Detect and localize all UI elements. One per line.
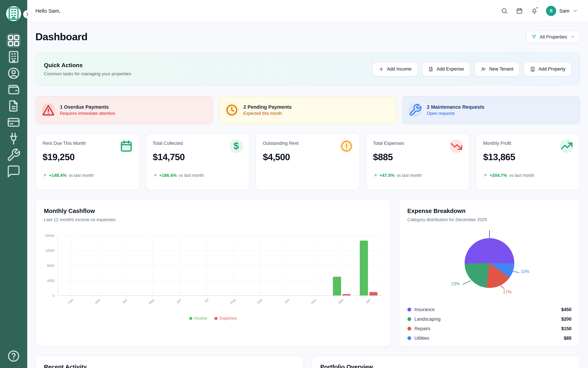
expense-legend-row-landscaping[interactable]: Landscaping$200 xyxy=(407,314,571,324)
calendar-icon xyxy=(119,139,133,153)
x-tick-label: Apr xyxy=(122,298,128,304)
quick-action-add-property-button[interactable]: Add Property xyxy=(524,62,571,76)
stat-change: +186.4%vs last month xyxy=(153,173,242,178)
pie-percent-label: 10% xyxy=(521,269,529,274)
y-tick-label: 12000 xyxy=(45,249,54,252)
notifications-button[interactable] xyxy=(531,7,538,14)
pie-percent-label: 23% xyxy=(451,281,460,286)
cashflow-y-axis: 0400080001200016000 xyxy=(44,236,58,296)
y-tick-label: 4000 xyxy=(47,279,55,283)
alert-card-2-maintenance-requests[interactable]: 2 Maintenance RequestsOpen requests xyxy=(402,96,580,124)
app-window: Hello Sam, S Sam Dashboard xyxy=(0,0,588,368)
help-button[interactable] xyxy=(7,349,21,363)
pie-callout-line xyxy=(462,280,471,285)
alert-card-2-pending-payments[interactable]: 2 Pending PaymentsExpected this month xyxy=(219,96,396,124)
stat-label: Total Collected xyxy=(153,141,204,146)
sidebar-item-properties[interactable] xyxy=(7,50,21,64)
property-filter-button[interactable]: All Properties xyxy=(526,31,580,43)
stat-label: Total Expenses xyxy=(373,141,424,146)
stat-change: +148.4%vs last month xyxy=(43,173,132,178)
sidebar-item-billing[interactable] xyxy=(7,115,21,129)
expense-pie-area: 23% 17% 10% xyxy=(407,225,571,296)
x-tick-label: Jun xyxy=(176,298,182,304)
pie-callout-line xyxy=(512,271,519,273)
expense-legend-row-utilities[interactable]: Utilities$85 xyxy=(407,333,571,343)
alert-card-1-overdue-payments[interactable]: 1 Overdue PaymentsRequires immediate att… xyxy=(35,96,213,124)
stat-card-rent-due-this-month: Rent Due This Month$19,250+148.4%vs last… xyxy=(35,134,139,190)
sidebar-item-tenants[interactable] xyxy=(7,66,21,80)
sidebar-collapse-button[interactable] xyxy=(23,10,31,18)
stat-value: $19,250 xyxy=(43,152,132,163)
stat-change: +204.7%vs last month xyxy=(483,173,573,178)
expense-legend-row-repairs[interactable]: Repairs$150 xyxy=(407,324,571,333)
cashflow-subtitle: Last 12 months income vs expenses xyxy=(44,217,382,222)
stat-card-total-expenses: Total Expenses$885+47.5%vs last month xyxy=(366,134,470,190)
svg-text:$: $ xyxy=(234,141,239,151)
income-bar xyxy=(360,240,368,295)
user-plus-icon xyxy=(481,66,486,72)
user-menu[interactable]: S Sam xyxy=(546,6,578,16)
gridline xyxy=(58,235,382,236)
stat-card-outstanding-rent: Outstanding Rent$4,500 xyxy=(256,134,360,190)
stat-label: Rent Due This Month xyxy=(43,141,94,146)
cashflow-title: Monthly Cashflow xyxy=(44,208,382,215)
stat-label: Monthly Profit xyxy=(483,141,534,146)
stat-value: $14,750 xyxy=(153,152,242,163)
sidebar-item-utilities[interactable] xyxy=(7,131,21,146)
stat-label: Outstanding Rent xyxy=(263,141,314,146)
sidebar xyxy=(0,0,27,368)
chevron-down-icon xyxy=(570,34,575,39)
sidebar-item-messages[interactable] xyxy=(7,164,21,179)
sidebar-item-payments[interactable] xyxy=(7,83,21,97)
header: Hello Sam, S Sam xyxy=(27,0,588,22)
greeting-text: Hello Sam, xyxy=(35,8,61,14)
sidebar-item-documents[interactable] xyxy=(7,99,21,113)
legend-item-expenses[interactable]: Expenses xyxy=(215,316,237,320)
search-button[interactable] xyxy=(501,7,508,14)
alert-title: 2 Pending Payments xyxy=(243,104,292,110)
quick-action-new-tenant-button[interactable]: New Tenant xyxy=(474,62,519,76)
quick-actions-title: Quick Actions xyxy=(44,62,131,69)
stat-change: +47.5%vs last month xyxy=(373,173,463,178)
stat-card-total-collected: Total Collected$$14,750+186.4%vs last mo… xyxy=(146,134,249,190)
quick-action-add-income-button[interactable]: Add Income xyxy=(372,62,418,76)
stat-card-monthly-profit: Monthly Profit$13,865+204.7%vs last mont… xyxy=(476,134,580,190)
x-tick-label: Jan xyxy=(365,298,371,304)
y-tick-label: 8000 xyxy=(47,264,55,267)
quick-actions-card: Quick Actions Common tasks for managing … xyxy=(35,53,580,85)
notification-dot xyxy=(536,6,538,9)
property-filter-label: All Properties xyxy=(540,34,567,39)
portfolio-overview-card: Portfolio Overview xyxy=(312,356,580,368)
x-tick-label: Aug xyxy=(229,298,236,305)
x-tick-label: May xyxy=(148,298,155,305)
recent-activity-title: Recent Activity xyxy=(44,364,295,368)
chevron-down-icon xyxy=(572,8,578,13)
legend-item-income[interactable]: Income xyxy=(189,316,207,320)
arrow-up-right-icon xyxy=(373,173,377,177)
quick-action-add-expense-button[interactable]: Add Expense xyxy=(422,62,470,76)
alert-subtitle: Requires immediate attention xyxy=(60,111,115,116)
expenses-bar xyxy=(342,294,351,295)
gridline xyxy=(261,236,261,295)
file-icon xyxy=(428,66,434,72)
content: Dashboard All Properties Quick Actions C… xyxy=(27,22,588,368)
expense-legend-row-insurance[interactable]: Insurance$450 xyxy=(407,305,571,314)
dollar-icon: $ xyxy=(229,139,243,153)
gridline xyxy=(179,236,180,295)
main-area: Hello Sam, S Sam Dashboard xyxy=(27,0,588,368)
alert-triangle-icon xyxy=(42,103,55,117)
pie-callout-line xyxy=(499,285,505,289)
bottom-row: Recent Activity Portfolio Overview xyxy=(35,356,580,368)
alerts-row: 1 Overdue PaymentsRequires immediate att… xyxy=(35,96,580,124)
stats-row: Rent Due This Month$19,250+148.4%vs last… xyxy=(35,134,580,190)
sidebar-item-dashboard[interactable] xyxy=(7,33,21,48)
calendar-icon xyxy=(516,7,523,14)
button-label: Add Expense xyxy=(437,66,464,72)
building-logo-icon xyxy=(6,6,21,21)
calendar-button[interactable] xyxy=(516,7,523,14)
avatar: S xyxy=(546,6,556,16)
gridline xyxy=(98,236,99,295)
pie-percent-label: 17% xyxy=(503,290,512,294)
gridline xyxy=(58,265,382,266)
sidebar-item-maintenance[interactable] xyxy=(7,148,21,162)
